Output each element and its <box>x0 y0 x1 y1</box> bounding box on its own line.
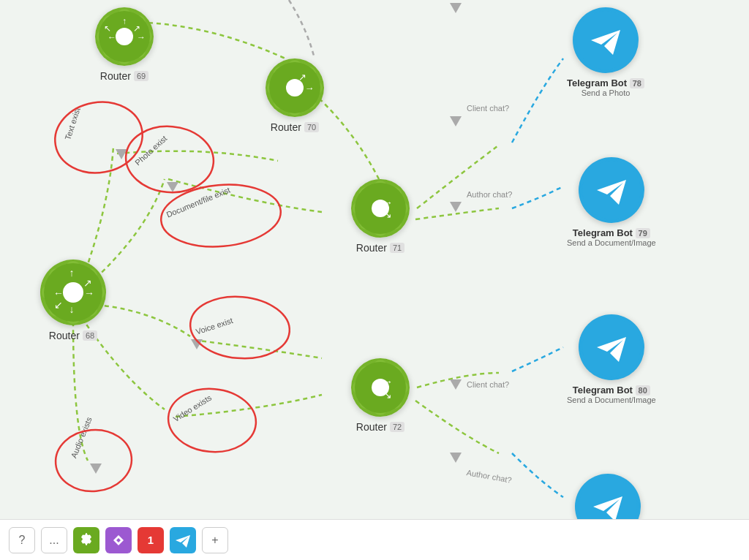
router-icon-72[interactable]: → ↘ <box>351 358 410 417</box>
svg-marker-77 <box>116 149 127 159</box>
telegram-button[interactable] <box>170 527 196 553</box>
svg-marker-73 <box>450 116 462 126</box>
svg-text:→: → <box>84 287 94 299</box>
svg-text:↗: ↗ <box>298 72 306 83</box>
svg-text:→: → <box>137 32 146 42</box>
telegram-sublabel-79: Send a Document/Image <box>567 238 656 247</box>
router-label-71: Router 71 <box>356 242 404 254</box>
router-node-70[interactable]: ↗ → Router 70 <box>266 58 324 133</box>
telegram-node-80[interactable]: Telegram Bot 80 Send a Document/Image <box>567 314 656 404</box>
router-label-68: Router 68 <box>49 330 97 341</box>
svg-marker-79 <box>191 339 203 349</box>
telegram-icon-80[interactable] <box>579 314 644 380</box>
svg-text:↓: ↓ <box>69 303 75 315</box>
gear-button[interactable] <box>73 527 99 553</box>
svg-text:→: → <box>383 376 393 387</box>
telegram-node-78[interactable]: Telegram Bot 78 Send a Photo <box>567 7 644 97</box>
filter-icon-top[interactable] <box>448 0 464 19</box>
svg-marker-78 <box>167 182 178 192</box>
router-node-71[interactable]: → ↘ Router 71 <box>351 179 410 254</box>
svg-text:↑: ↑ <box>69 267 75 279</box>
router-icon-71[interactable]: → ↘ <box>351 179 410 238</box>
router-label-69: Router 69 <box>100 70 148 82</box>
svg-text:↘: ↘ <box>383 389 392 401</box>
text-button[interactable]: 1 <box>138 527 164 553</box>
edge-label-photo-exist: Photo exist <box>133 134 168 167</box>
toolbar: ? ... 1 + <box>0 519 749 560</box>
router-node-69[interactable]: ↑ ↗ → ← ↖ Router 69 <box>95 7 154 82</box>
telegram-label-79: Telegram Bot 79 <box>573 227 650 238</box>
svg-marker-74 <box>450 202 462 212</box>
telegram-node-79[interactable]: Telegram Bot 79 Send a Document/Image <box>567 157 656 247</box>
edge-label-video-exists: Video exists <box>172 393 213 423</box>
add-button[interactable]: + <box>202 527 228 553</box>
telegram-sublabel-80: Send a Document/Image <box>567 396 656 404</box>
svg-text:←: ← <box>53 287 64 299</box>
router-node-72[interactable]: → ↘ Router 72 <box>351 358 410 433</box>
router-icon-69[interactable]: ↑ ↗ → ← ↖ <box>95 7 154 66</box>
telegram-label-78: Telegram Bot 78 <box>567 77 644 88</box>
svg-marker-75 <box>450 379 462 390</box>
router-node-68[interactable]: ↑ ↗ → ← ↙ ↓ Router 68 <box>40 260 106 341</box>
edge-label-text-exist: Text exist <box>63 107 82 141</box>
svg-text:←: ← <box>108 32 116 42</box>
edge-label-voice-exist: Voice exist <box>195 316 234 336</box>
filter-icon-1[interactable] <box>448 113 464 132</box>
edge-label-client-chat-2: Client chat? <box>467 380 509 389</box>
router-label-70: Router 70 <box>271 121 319 133</box>
svg-marker-80 <box>90 463 102 474</box>
svg-text:↖: ↖ <box>104 23 111 34</box>
svg-marker-81 <box>450 3 462 13</box>
svg-text:↑: ↑ <box>122 16 127 26</box>
filter-icon-5[interactable] <box>113 146 129 165</box>
edge-label-author-chat-2: Author chat? <box>466 468 513 485</box>
telegram-label-80: Telegram Bot 80 <box>573 385 650 396</box>
svg-text:↙: ↙ <box>54 299 63 311</box>
filter-icon-7[interactable] <box>189 336 205 355</box>
telegram-icon-79[interactable] <box>579 157 644 223</box>
router-icon-70[interactable]: ↗ → <box>266 58 324 117</box>
filter-icon-4[interactable] <box>448 450 464 469</box>
help-button[interactable]: ? <box>9 527 35 553</box>
filter-icon-2[interactable] <box>448 199 464 218</box>
filter-icon-6[interactable] <box>165 179 181 198</box>
wrench-button[interactable] <box>105 527 132 553</box>
svg-marker-76 <box>450 453 462 463</box>
svg-text:→: → <box>305 83 315 94</box>
canvas: ↑ ↗ → ← ↖ Router 69 <box>0 0 749 560</box>
telegram-icon-78[interactable] <box>573 7 639 73</box>
edge-label-audio-exists: Audio exists <box>69 416 93 459</box>
svg-text:→: → <box>383 197 393 208</box>
telegram-sublabel-78: Send a Photo <box>581 88 631 97</box>
svg-text:↘: ↘ <box>383 208 392 220</box>
edge-label-client-chat-1: Client chat? <box>467 104 509 113</box>
router-label-72: Router 72 <box>356 421 404 433</box>
router-icon-68[interactable]: ↑ ↗ → ← ↙ ↓ <box>40 260 106 325</box>
more-button[interactable]: ... <box>41 527 67 553</box>
filter-icon-3[interactable] <box>448 377 464 396</box>
edge-label-author-chat-1: Author chat? <box>467 190 512 199</box>
filter-icon-8[interactable] <box>88 461 104 480</box>
